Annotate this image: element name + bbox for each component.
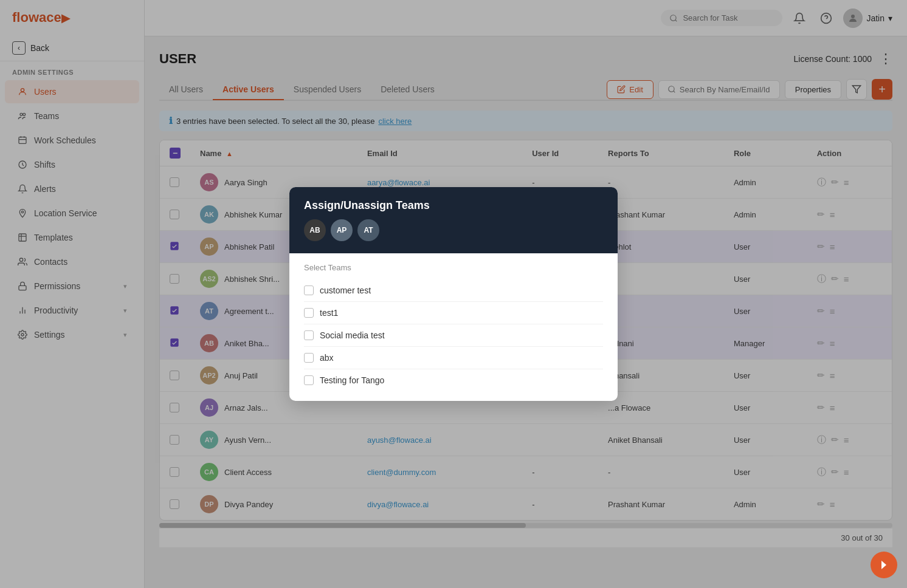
team-option[interactable]: test1 (304, 302, 603, 324)
assign-unassign-modal: Assign/Unassign Teams ABAPAT Select Team… (289, 187, 618, 401)
flowace-badge[interactable] (871, 552, 897, 578)
team-name-t3: Social media test (320, 330, 385, 340)
team-name-t2: test1 (320, 308, 338, 318)
team-option[interactable]: abx (304, 347, 603, 369)
modal-avatar: AB (304, 219, 326, 241)
team-option[interactable]: Social media test (304, 324, 603, 347)
modal-selected-avatars: ABAPAT (304, 219, 603, 241)
modal-header: Assign/Unassign Teams ABAPAT (289, 187, 618, 253)
team-name-t4: abx (320, 353, 334, 363)
modal-avatar: AT (357, 219, 379, 241)
team-checkbox-t3[interactable] (304, 330, 314, 340)
modal-title: Assign/Unassign Teams (304, 199, 603, 212)
team-option[interactable]: customer test (304, 279, 603, 302)
flowace-badge-icon (877, 558, 891, 572)
team-options-list: customer test test1 Social media test ab… (304, 279, 603, 391)
team-checkbox-t5[interactable] (304, 375, 314, 385)
modal-avatar: AP (331, 219, 353, 241)
modal-overlay[interactable]: Assign/Unassign Teams ABAPAT Select Team… (0, 0, 907, 588)
modal-body: Select Teams customer test test1 Social … (289, 253, 618, 401)
team-name-t5: Testing for Tango (320, 375, 384, 385)
team-checkbox-t1[interactable] (304, 285, 314, 295)
team-checkbox-t2[interactable] (304, 308, 314, 318)
team-option[interactable]: Testing for Tango (304, 369, 603, 391)
team-name-t1: customer test (320, 285, 371, 295)
team-checkbox-t4[interactable] (304, 353, 314, 363)
modal-select-label: Select Teams (304, 263, 603, 272)
